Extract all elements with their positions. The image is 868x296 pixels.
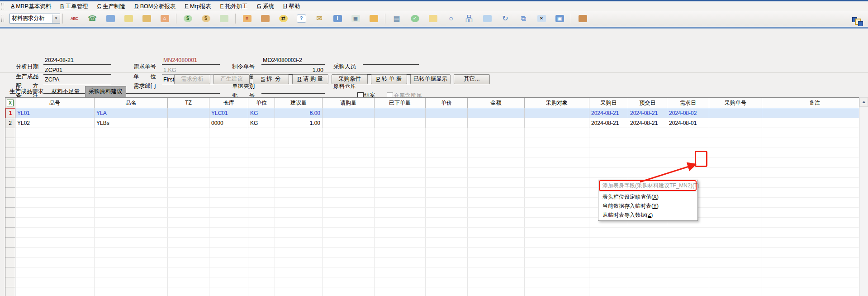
row-header[interactable] — [5, 168, 15, 178]
table-cell[interactable] — [15, 198, 95, 208]
table-cell[interactable] — [323, 208, 375, 218]
table-cell[interactable] — [248, 138, 275, 148]
table-cell[interactable] — [426, 188, 468, 198]
table-cell[interactable] — [709, 108, 762, 118]
table-cell[interactable] — [275, 198, 323, 208]
table-cell[interactable] — [323, 277, 375, 287]
table-cell[interactable] — [248, 218, 275, 228]
table-cell[interactable] — [709, 238, 762, 248]
table-cell[interactable] — [709, 148, 762, 158]
chevron-down-icon[interactable]: ▼ — [52, 14, 60, 23]
table-cell[interactable] — [275, 128, 323, 138]
table-cell[interactable] — [426, 208, 468, 218]
table-cell[interactable] — [667, 248, 709, 258]
table-cell[interactable] — [468, 138, 525, 148]
row-header[interactable] — [5, 267, 15, 277]
table-cell[interactable] — [525, 208, 589, 218]
table-cell[interactable] — [375, 228, 426, 238]
table-cell[interactable] — [525, 248, 589, 258]
table-cell[interactable] — [15, 258, 95, 267]
table-cell[interactable] — [95, 258, 168, 267]
table-cell[interactable] — [589, 287, 628, 296]
row-header[interactable] — [5, 208, 15, 218]
table-cell[interactable] — [589, 248, 628, 258]
table-cell[interactable] — [709, 218, 762, 228]
table-cell[interactable] — [375, 267, 426, 277]
table-cell[interactable] — [275, 138, 323, 148]
table-row[interactable] — [5, 138, 868, 148]
folder-icon[interactable] — [368, 13, 379, 24]
action-button[interactable]: 采购条件 — [332, 74, 368, 84]
table-cell[interactable] — [95, 238, 168, 248]
table-cell[interactable] — [323, 118, 375, 128]
table-cell[interactable] — [762, 108, 868, 118]
table-cell[interactable] — [762, 277, 868, 287]
table-cell[interactable] — [709, 128, 762, 138]
column-header[interactable]: 采购对象 — [525, 98, 589, 108]
row-header[interactable]: 2 — [5, 118, 15, 128]
table-cell[interactable] — [323, 198, 375, 208]
table-cell[interactable] — [468, 258, 525, 267]
table-cell[interactable] — [15, 277, 95, 287]
table-cell[interactable] — [667, 267, 709, 277]
table-cell[interactable] — [468, 198, 525, 208]
table-cell[interactable] — [15, 287, 95, 296]
table-cell[interactable] — [525, 287, 589, 296]
table-cell[interactable] — [468, 248, 525, 258]
table-cell[interactable] — [209, 198, 248, 208]
table-cell[interactable] — [762, 218, 868, 228]
row-header[interactable] — [5, 258, 15, 267]
table-cell[interactable] — [95, 148, 168, 158]
table-cell[interactable] — [525, 148, 589, 158]
table-cell[interactable] — [468, 277, 525, 287]
table-cell[interactable] — [275, 287, 323, 296]
ok-icon[interactable]: ✓ — [409, 13, 421, 24]
table-cell[interactable] — [323, 228, 375, 238]
table-cell[interactable] — [709, 287, 762, 296]
table-cell[interactable] — [525, 267, 589, 277]
table-cell[interactable] — [762, 148, 868, 158]
spell-check-icon[interactable]: ABC — [68, 13, 80, 24]
table-cell[interactable] — [589, 258, 628, 267]
table-cell[interactable] — [168, 128, 209, 138]
table-cell[interactable] — [468, 158, 525, 168]
table-cell[interactable] — [323, 188, 375, 198]
table-cell[interactable] — [248, 158, 275, 168]
table-cell[interactable] — [709, 228, 762, 238]
table-cell[interactable]: YLA — [95, 108, 168, 118]
table-cell[interactable] — [168, 248, 209, 258]
send-mail-icon[interactable]: ✉ — [313, 13, 325, 24]
table-cell[interactable] — [525, 138, 589, 148]
table-cell[interactable] — [95, 218, 168, 228]
table-cell[interactable]: 2024-08-02 — [667, 108, 709, 118]
table-cell[interactable] — [323, 267, 375, 277]
column-header[interactable]: 单价 — [426, 98, 468, 108]
row-header[interactable] — [5, 287, 15, 296]
table-cell[interactable] — [375, 277, 426, 287]
table-cell[interactable] — [468, 238, 525, 248]
table-cell[interactable] — [589, 277, 628, 287]
menu-item-e[interactable]: E Mrp报表 — [180, 2, 215, 11]
field-input[interactable] — [363, 57, 419, 65]
table-cell[interactable] — [275, 267, 323, 277]
table-cell[interactable] — [468, 218, 525, 228]
table-cell[interactable] — [525, 228, 589, 238]
module-selector-dropdown[interactable]: 材料需求分析 ▼ — [9, 14, 60, 24]
table-row[interactable] — [5, 128, 868, 138]
table-cell[interactable] — [525, 218, 589, 228]
table-cell[interactable] — [323, 168, 375, 178]
table-cell[interactable] — [709, 198, 762, 208]
table-cell[interactable] — [426, 287, 468, 296]
table-cell[interactable] — [628, 267, 667, 277]
table-cell[interactable] — [628, 287, 667, 296]
table-cell[interactable] — [248, 148, 275, 158]
table-cell[interactable] — [248, 198, 275, 208]
tab-active[interactable]: 采购原料建议 — [85, 86, 126, 97]
table-cell[interactable] — [525, 198, 589, 208]
copy-window-icon[interactable]: ⧉ — [517, 13, 529, 24]
table-cell[interactable] — [15, 138, 95, 148]
table-cell[interactable] — [375, 258, 426, 267]
table-cell[interactable] — [709, 208, 762, 218]
table-cell[interactable] — [375, 168, 426, 178]
column-header[interactable]: 建议量 — [275, 98, 323, 108]
